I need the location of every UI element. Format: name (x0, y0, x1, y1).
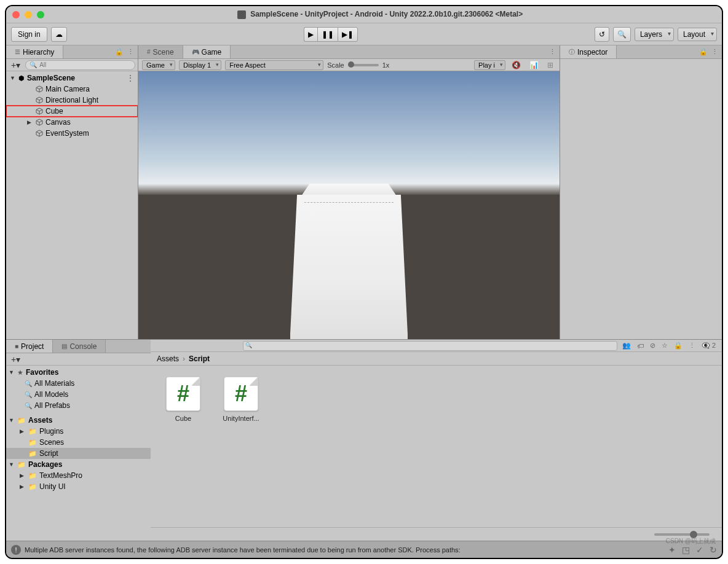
cube-render (290, 184, 408, 339)
create-asset-dropdown[interactable]: +▾ (9, 354, 23, 364)
undo-history-button[interactable]: ↺ (595, 27, 609, 42)
game-mode-dropdown[interactable]: Game (142, 60, 175, 70)
favorites-header[interactable]: ▼★ Favorites (6, 367, 151, 378)
assets-header[interactable]: ▼📁 Assets (6, 415, 151, 426)
star-icon: ★ (17, 369, 23, 377)
stats-icon[interactable]: 📊 (527, 61, 541, 69)
status-icon-2[interactable]: ◳ (682, 545, 690, 555)
scale-slider[interactable] (348, 64, 379, 66)
error-icon[interactable]: ! (11, 545, 21, 555)
csharp-script-icon: # (224, 377, 258, 411)
packages-header[interactable]: ▼📁 Packages (6, 459, 151, 470)
window-title: SampleScene - UnityProject - Android - U… (44, 10, 716, 19)
hidden-packages-icon[interactable]: ⊘ (648, 342, 657, 350)
expand-arrow-icon[interactable]: ▼ (10, 75, 16, 81)
pause-button[interactable]: ❚❚ (317, 27, 338, 42)
layers-dropdown[interactable]: Layers (635, 28, 674, 41)
titlebar: SampleScene - UnityProject - Android - U… (6, 6, 722, 23)
asset-label: UnityInterf... (223, 415, 259, 422)
icon-size-slider[interactable] (654, 533, 710, 536)
hierarchy-item[interactable]: Directional Light (6, 95, 138, 106)
inspector-body (560, 59, 722, 339)
hierarchy-icon: ☰ (15, 49, 20, 55)
game-tab[interactable]: 🎮 Game (183, 45, 231, 58)
signin-button[interactable]: Sign in (11, 27, 47, 42)
search-button[interactable]: 🔍 (613, 27, 631, 42)
lock-icon[interactable]: 🔒 (115, 48, 124, 56)
console-tab[interactable]: ▤ Console (53, 340, 106, 353)
play-button[interactable]: ▶ (304, 27, 317, 42)
folder-icon: 📁 (17, 461, 26, 469)
asset-item[interactable]: # Cube (162, 377, 205, 422)
folder-item[interactable]: ▶📁Plugins (6, 426, 151, 437)
folder-icon: 📁 (28, 472, 37, 480)
lock-icon[interactable]: 🔒 (672, 342, 684, 350)
project-tab[interactable]: ■ Project (6, 340, 53, 353)
filter-by-label-icon[interactable]: 👥 (620, 342, 633, 350)
favorite-item[interactable]: 🔍All Prefabs (6, 400, 151, 411)
scene-tab[interactable]: # Scene (138, 45, 183, 58)
panel-menu-icon[interactable]: ⋮ (687, 342, 697, 350)
scene-menu-icon[interactable]: ⋮ (127, 74, 138, 82)
hierarchy-tree: ▼ ⬢ SampleScene ⋮ Main Camera Directiona… (6, 71, 138, 339)
hierarchy-search-input[interactable]: 🔍 All (25, 60, 135, 70)
project-panel-left: ■ Project ▤ Console +▾ ▼★ Favorites (6, 340, 151, 541)
layout-dropdown[interactable]: Layout (678, 28, 717, 41)
folder-item[interactable]: 📁Scenes (6, 437, 151, 448)
hierarchy-item[interactable]: EventSystem (6, 128, 138, 139)
minimize-window-button[interactable] (25, 11, 32, 18)
scale-label: Scale (327, 61, 344, 69)
breadcrumb-current[interactable]: Script (189, 354, 210, 363)
hidden-toggle[interactable]: 👁‍🗨2 (700, 342, 719, 350)
maximize-window-button[interactable] (37, 11, 44, 18)
main-area: ☰ Hierarchy 🔒 ⋮ +▾ 🔍 All ▼ (6, 45, 722, 558)
lock-icon[interactable]: 🔒 (699, 48, 708, 56)
project-search-input[interactable] (243, 341, 617, 351)
folder-icon: 📁 (28, 450, 37, 458)
status-icon-3[interactable]: ✓ (696, 545, 703, 555)
create-dropdown[interactable]: +▾ (9, 60, 23, 70)
project-footer (151, 527, 722, 541)
asset-grid: # Cube# UnityInterf... (151, 366, 722, 527)
play-controls: ▶ ❚❚ ▶❚ (304, 27, 358, 42)
aspect-dropdown[interactable]: Free Aspect (225, 60, 323, 70)
scene-tab-icon: # (147, 49, 151, 55)
folder-icon: 📁 (28, 428, 37, 436)
breadcrumb-root[interactable]: Assets (157, 354, 179, 363)
hierarchy-item[interactable]: Cube (6, 106, 138, 117)
folder-icon: 📁 (28, 439, 37, 447)
scene-row[interactable]: ▼ ⬢ SampleScene ⋮ (6, 72, 138, 84)
unity-logo-icon (237, 10, 246, 19)
package-item[interactable]: ▶📁Unity UI (6, 481, 151, 492)
scene-icon: ⬢ (18, 74, 25, 82)
display-dropdown[interactable]: Display 1 (179, 60, 221, 70)
console-icon: ▤ (61, 343, 67, 350)
folder-item[interactable]: 📁Script (6, 448, 151, 459)
cloud-button[interactable]: ☁ (51, 27, 67, 42)
hierarchy-tab[interactable]: ☰ Hierarchy (6, 45, 63, 58)
panel-menu-icon[interactable]: ⋮ (127, 48, 134, 56)
gizmos-icon[interactable]: ⊞ (545, 61, 556, 69)
step-button[interactable]: ▶❚ (338, 27, 358, 42)
panel-menu-icon[interactable]: ⋮ (711, 48, 718, 56)
game-canvas[interactable] (138, 71, 560, 339)
status-icon-1[interactable]: ✦ (668, 545, 676, 555)
asset-item[interactable]: # UnityInterf... (220, 377, 263, 422)
inspector-tab[interactable]: ⓘ Inspector (560, 45, 617, 58)
hierarchy-item[interactable]: ▶ Canvas (6, 117, 138, 128)
favorite-item[interactable]: 🔍All Models (6, 389, 151, 400)
package-item[interactable]: ▶📁TextMeshPro (6, 470, 151, 481)
mute-icon[interactable]: 🔇 (509, 61, 523, 69)
favorite-item[interactable]: 🔍All Materials (6, 378, 151, 389)
favorite-star-icon[interactable]: ☆ (660, 342, 670, 350)
close-window-button[interactable] (12, 11, 20, 18)
chevron-right-icon: › (183, 354, 185, 363)
project-tree: ▼★ Favorites 🔍All Materials🔍All Models🔍A… (6, 366, 151, 541)
status-icon-4[interactable]: ↻ (710, 545, 717, 555)
play-focus-dropdown[interactable]: Play i (474, 60, 505, 70)
status-message[interactable]: Multiple ADB server instances found, the… (25, 546, 461, 554)
hierarchy-item[interactable]: Main Camera (6, 84, 138, 95)
upper-panels: ☰ Hierarchy 🔒 ⋮ +▾ 🔍 All ▼ (6, 45, 722, 339)
save-search-icon[interactable]: 🏷 (635, 342, 646, 350)
panel-menu-icon[interactable]: ⋮ (549, 48, 556, 56)
